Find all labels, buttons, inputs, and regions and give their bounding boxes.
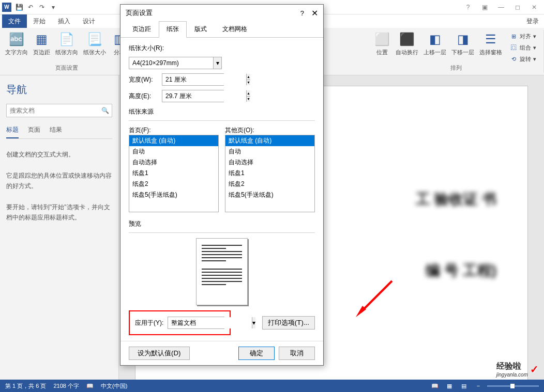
nav-tab-results[interactable]: 结果 xyxy=(50,126,62,138)
dialog-tab-margins[interactable]: 页边距 xyxy=(125,21,159,37)
paper-size-value[interactable] xyxy=(129,57,213,69)
list-item[interactable]: 默认纸盒 (自动) xyxy=(225,135,314,146)
save-icon[interactable]: 💾 xyxy=(13,2,25,13)
spellcheck-icon[interactable]: 📖 xyxy=(86,383,94,389)
margins-icon: ▦ xyxy=(34,31,50,48)
cancel-button[interactable]: 取消 xyxy=(279,347,315,360)
zoom-thumb[interactable] xyxy=(510,384,515,388)
width-spinner[interactable]: ▲▼ xyxy=(162,73,224,86)
bring-forward-button[interactable]: ◧ 上移一层 xyxy=(421,30,448,65)
selection-pane-button[interactable]: ☰ 选择窗格 xyxy=(477,30,504,65)
position-button[interactable]: ⬜ 位置 xyxy=(372,30,392,65)
search-input[interactable]: 🔍 xyxy=(6,104,112,117)
margins-button[interactable]: ▦ 页边距 xyxy=(31,30,52,57)
print-layout-icon[interactable]: ▦ xyxy=(444,381,455,390)
dialog-titlebar[interactable]: 页面设置 ? ✕ xyxy=(120,5,323,21)
list-item[interactable]: 自动 xyxy=(225,146,314,157)
print-options-button[interactable]: 打印选项(T)... xyxy=(262,316,315,330)
undo-icon[interactable]: ↶ xyxy=(25,2,36,13)
tab-insert[interactable]: 插入 xyxy=(52,14,77,28)
ribbon-display-icon[interactable]: ▣ xyxy=(477,2,492,13)
first-page-listbox[interactable]: 默认纸盒 (自动)自动自动选择纸盘1纸盘2纸盘5(手送纸盘) xyxy=(129,135,219,212)
text-direction-button[interactable]: 🔤 文字方向 xyxy=(3,30,30,57)
qat-custom-icon[interactable]: ▾ xyxy=(48,2,59,13)
list-item[interactable]: 纸盘2 xyxy=(225,179,314,190)
dialog-tab-layout[interactable]: 版式 xyxy=(187,21,215,37)
rotate-button[interactable]: ⟲旋转 ▾ xyxy=(507,54,538,64)
group-icon: ⿴ xyxy=(509,43,518,52)
page-setup-dialog: 页面设置 ? ✕ 页边距 纸张 版式 文档网格 纸张大小(R): ▾ 宽度(W)… xyxy=(120,4,324,366)
zoom-slider[interactable] xyxy=(487,385,539,387)
apply-to-combo[interactable]: ▾ xyxy=(168,317,224,329)
paper-size-label: 纸张大小(R): xyxy=(129,44,315,53)
spin-up-icon[interactable]: ▲ xyxy=(247,74,250,80)
dialog-help-icon[interactable]: ? xyxy=(300,9,304,17)
list-item[interactable]: 默认纸盒 (自动) xyxy=(129,135,218,146)
list-item[interactable]: 自动 xyxy=(129,146,218,157)
status-word-count[interactable]: 2108 个字 xyxy=(53,382,79,390)
dialog-close-icon[interactable]: ✕ xyxy=(311,8,318,18)
tab-home[interactable]: 开始 xyxy=(27,14,52,28)
word-icon: W xyxy=(2,3,11,12)
tab-design[interactable]: 设计 xyxy=(77,14,101,28)
ok-button[interactable]: 确定 xyxy=(238,347,275,360)
list-item[interactable]: 纸盘1 xyxy=(129,168,218,179)
apply-to-label: 应用于(Y): xyxy=(135,319,163,327)
dialog-tab-paper[interactable]: 纸张 xyxy=(159,21,187,38)
paper-size-combo[interactable]: ▾ xyxy=(129,57,222,69)
apply-to-highlight: 应用于(Y): ▾ xyxy=(129,310,231,335)
dialog-tab-grid[interactable]: 文档网格 xyxy=(215,21,255,37)
close-icon[interactable]: ✕ xyxy=(526,2,542,13)
nav-tab-pages[interactable]: 页面 xyxy=(28,126,40,138)
width-value[interactable] xyxy=(162,74,246,85)
wrap-icon: ⬛ xyxy=(399,31,415,48)
set-default-button[interactable]: 设为默认值(D) xyxy=(129,347,190,360)
navigation-pane: 导航 🔍 标题 页面 结果 创建文档的交互式大纲。 它是跟踪您的具体位置或快速移… xyxy=(0,75,119,380)
maximize-icon[interactable]: ◻ xyxy=(510,2,525,13)
divider xyxy=(129,120,315,121)
nav-title: 导航 xyxy=(6,83,112,97)
chevron-down-icon[interactable]: ▾ xyxy=(252,317,255,328)
nav-tab-headings[interactable]: 标题 xyxy=(6,126,19,138)
minimize-icon[interactable]: — xyxy=(493,2,509,13)
wrap-text-button[interactable]: ⬛ 自动换行 xyxy=(394,30,420,65)
align-icon: ⊞ xyxy=(509,32,518,40)
status-page[interactable]: 第 1 页，共 6 页 xyxy=(5,382,46,390)
help-icon[interactable]: ? xyxy=(460,2,476,13)
list-item[interactable]: 自动选择 xyxy=(225,157,314,168)
status-language[interactable]: 中文(中国) xyxy=(101,382,127,390)
send-backward-icon: ◨ xyxy=(455,31,471,48)
zoom-out-icon[interactable]: − xyxy=(473,381,484,390)
paper-size-button[interactable]: 📃 纸张大小 xyxy=(81,30,108,57)
dialog-title-text: 页面设置 xyxy=(126,8,300,18)
width-label: 宽度(W): xyxy=(129,75,158,84)
list-item[interactable]: 纸盘1 xyxy=(225,168,314,179)
list-item[interactable]: 自动选择 xyxy=(129,157,218,168)
send-backward-button[interactable]: ◨ 下移一层 xyxy=(449,30,476,65)
spin-down-icon[interactable]: ▼ xyxy=(247,97,250,102)
web-layout-icon[interactable]: ▤ xyxy=(458,381,470,390)
list-item[interactable]: 纸盘5(手送纸盘) xyxy=(225,190,314,200)
height-value[interactable] xyxy=(162,90,246,102)
orientation-button[interactable]: 📄 纸张方向 xyxy=(53,30,80,57)
read-mode-icon[interactable]: 📖 xyxy=(429,381,441,390)
login-link[interactable]: 登录 xyxy=(521,17,544,26)
search-icon[interactable]: 🔍 xyxy=(98,104,112,117)
other-pages-listbox[interactable]: 默认纸盒 (自动)自动自动选择纸盘1纸盘2纸盘5(手送纸盘) xyxy=(225,135,315,212)
spin-up-icon[interactable]: ▲ xyxy=(247,90,250,97)
list-item[interactable]: 纸盘2 xyxy=(129,179,218,190)
paper-size-icon: 📃 xyxy=(86,31,103,48)
chevron-down-icon[interactable]: ▾ xyxy=(213,57,221,69)
list-item[interactable]: 纸盘5(手送纸盘) xyxy=(129,190,218,200)
spin-down-icon[interactable]: ▼ xyxy=(247,80,250,86)
text-direction-icon: 🔤 xyxy=(8,31,25,48)
align-button[interactable]: ⊞对齐 ▾ xyxy=(507,31,538,41)
page-preview xyxy=(196,238,248,305)
search-field[interactable] xyxy=(7,104,98,117)
other-pages-label: 其他页(O): xyxy=(225,126,315,135)
tab-file[interactable]: 文件 xyxy=(2,14,27,28)
group-button[interactable]: ⿴组合 ▾ xyxy=(507,42,538,53)
apply-to-value[interactable] xyxy=(168,317,252,328)
height-spinner[interactable]: ▲▼ xyxy=(162,90,224,102)
redo-icon[interactable]: ↷ xyxy=(36,2,48,13)
